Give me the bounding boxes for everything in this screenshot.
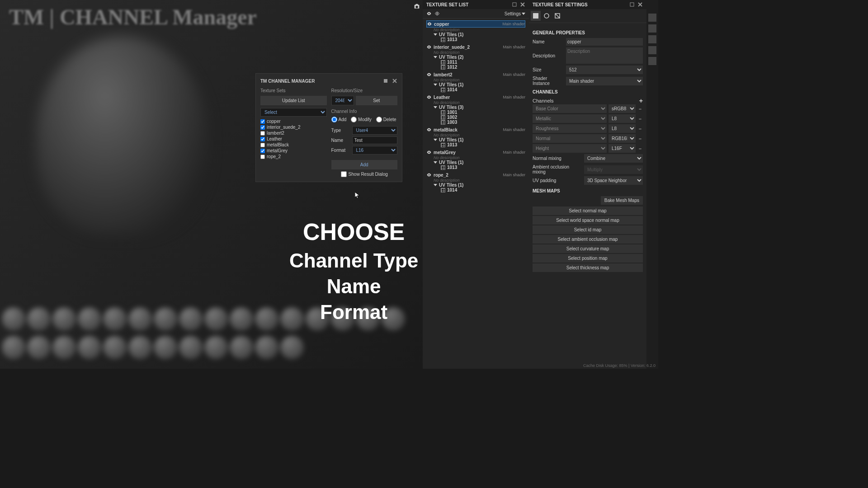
texture-set-row[interactable]: interior_suede_2Main shader: [426, 44, 525, 50]
channel-name-dropdown[interactable]: Height: [533, 144, 607, 153]
mesh-map-button[interactable]: Select position map: [533, 254, 643, 263]
remove-channel-button[interactable]: −: [637, 116, 643, 122]
tab-displacement[interactable]: [552, 11, 562, 21]
mesh-map-button[interactable]: Select normal map: [533, 206, 643, 215]
uv-tiles-row[interactable]: UV Tiles (2): [426, 55, 525, 60]
close-icon[interactable]: [520, 2, 525, 7]
channel-name-dropdown[interactable]: Roughness: [533, 124, 607, 133]
type-dropdown[interactable]: User4: [352, 126, 397, 135]
uv-padding-dropdown[interactable]: 3D Space Neighbor: [584, 176, 643, 185]
uv-tiles-row[interactable]: UV Tiles (1): [426, 183, 525, 188]
name-input[interactable]: [352, 136, 397, 144]
channel-name-dropdown[interactable]: Metallic: [533, 114, 607, 123]
uv-tiles-row[interactable]: UV Tiles (1): [426, 160, 525, 165]
uv-tiles-row[interactable]: UV Tiles (1): [426, 82, 525, 87]
uv-tile[interactable]: 1013: [426, 37, 525, 42]
texture-set-list-panel: TEXTURE SET LIST Settings copperMain sha…: [423, 0, 529, 369]
format-dropdown[interactable]: L16: [352, 146, 397, 155]
strip-icon-2[interactable]: [648, 24, 656, 33]
channel-format-dropdown[interactable]: sRGB8: [609, 104, 636, 113]
visibility-outline-icon[interactable]: [434, 11, 440, 16]
texture-set-row[interactable]: rope_2Main shader: [426, 172, 525, 178]
strip-icon-1[interactable]: [648, 14, 656, 22]
channel-name-dropdown[interactable]: Base Color: [533, 104, 607, 113]
tss-shader-dropdown[interactable]: Main shader: [566, 77, 643, 85]
mesh-map-button[interactable]: Select id map: [533, 225, 643, 234]
undock-icon[interactable]: [629, 2, 635, 7]
remove-channel-button[interactable]: −: [637, 136, 643, 141]
add-radio[interactable]: Add: [331, 117, 347, 122]
channel-name-dropdown[interactable]: Normal: [533, 134, 607, 143]
channel-format-dropdown[interactable]: L16F: [609, 144, 636, 153]
svg-rect-3: [630, 3, 634, 6]
texture-set-settings-panel: TEXTURE SET SETTINGS GENERAL PROPERTIES …: [529, 0, 646, 369]
right-icon-strip: [646, 0, 658, 369]
strip-icon-5[interactable]: [648, 57, 656, 65]
chk-interior_suede_2[interactable]: interior_suede_2: [260, 124, 327, 130]
mesh-map-button[interactable]: Select curvature map: [533, 244, 643, 253]
chk-Leather[interactable]: Leather: [260, 136, 327, 142]
chk-lambert2[interactable]: lambert2: [260, 130, 327, 136]
set-button[interactable]: Set: [356, 96, 398, 105]
chk-copper[interactable]: copper: [260, 118, 327, 124]
uv-tile[interactable]: 1013: [426, 165, 525, 170]
channel-format-dropdown[interactable]: L8: [609, 114, 636, 123]
uv-tiles-row[interactable]: UV Tiles (3): [426, 105, 525, 110]
normal-mixing-dropdown[interactable]: Combine: [584, 154, 643, 163]
tab-shader[interactable]: [542, 11, 552, 21]
tab-properties[interactable]: [531, 11, 541, 21]
remove-channel-button[interactable]: −: [637, 146, 643, 151]
resolution-dropdown[interactable]: 2048: [331, 96, 354, 105]
undock-icon[interactable]: [512, 2, 517, 7]
texture-set-row[interactable]: metalGreyMain shader: [426, 149, 525, 155]
strip-icon-3[interactable]: [648, 35, 656, 43]
mesh-map-button[interactable]: Select world space normal map: [533, 216, 643, 225]
uv-tile[interactable]: 1001: [426, 110, 525, 115]
add-button[interactable]: Add: [331, 160, 398, 169]
resolution-label: Resolution/Size: [331, 88, 398, 93]
remove-channel-button[interactable]: −: [637, 106, 643, 112]
show-result-checkbox[interactable]: [341, 171, 347, 177]
texture-set-row[interactable]: LeatherMain shader: [426, 94, 525, 100]
mesh-map-button[interactable]: Select thickness map: [533, 263, 643, 272]
uv-tiles-row[interactable]: UV Tiles (1): [426, 137, 525, 142]
texture-set-row[interactable]: metalBlackMain shader: [426, 127, 525, 133]
pin-icon[interactable]: [383, 78, 388, 84]
visibility-all-icon[interactable]: [426, 11, 432, 16]
uv-tile[interactable]: 1012: [426, 65, 525, 70]
uv-tile[interactable]: 1014: [426, 87, 525, 92]
channel-format-dropdown[interactable]: L8: [609, 124, 636, 133]
uv-tile[interactable]: 1013: [426, 142, 525, 147]
texture-sets-label: Texture Sets: [260, 88, 327, 93]
chk-metalBlack[interactable]: metalBlack: [260, 142, 327, 148]
texture-set-row[interactable]: lambert2Main shader: [426, 71, 525, 78]
select-dropdown[interactable]: Select: [260, 108, 327, 117]
camera-icon[interactable]: [413, 3, 420, 10]
mesh-map-button[interactable]: Select ambient occlusion map: [533, 235, 643, 244]
add-channel-button[interactable]: +: [639, 97, 643, 104]
modify-radio[interactable]: Modify: [351, 117, 371, 122]
chk-rope_2[interactable]: rope_2: [260, 154, 327, 160]
delete-radio[interactable]: Delete: [376, 117, 396, 122]
bake-mesh-maps-button[interactable]: Bake Mesh Maps: [601, 196, 643, 205]
texture-set-row[interactable]: copperMain shader: [426, 20, 525, 28]
tss-name-input[interactable]: [566, 38, 643, 46]
tsl-settings-dropdown[interactable]: Settings: [505, 11, 525, 16]
chk-metalGrey[interactable]: metalGrey: [260, 148, 327, 154]
strip-icon-4[interactable]: [648, 46, 656, 54]
svg-point-2: [437, 13, 438, 14]
uv-tiles-row[interactable]: UV Tiles (1): [426, 32, 525, 37]
svg-rect-1: [513, 3, 516, 6]
uv-tile[interactable]: 1002: [426, 115, 525, 120]
channel-format-dropdown[interactable]: RGB16F: [609, 134, 636, 143]
update-list-button[interactable]: Update List: [260, 96, 327, 105]
uv-tile[interactable]: 1011: [426, 60, 525, 65]
tss-size-dropdown[interactable]: 512: [566, 66, 643, 74]
tss-desc-input[interactable]: [566, 47, 643, 64]
uv-tile[interactable]: 1003: [426, 120, 525, 125]
remove-channel-button[interactable]: −: [637, 126, 643, 131]
close-icon[interactable]: [392, 78, 397, 84]
uv-tile[interactable]: 1014: [426, 188, 525, 192]
close-icon[interactable]: [637, 2, 643, 7]
tss-title: TEXTURE SET SETTINGS: [533, 2, 588, 7]
